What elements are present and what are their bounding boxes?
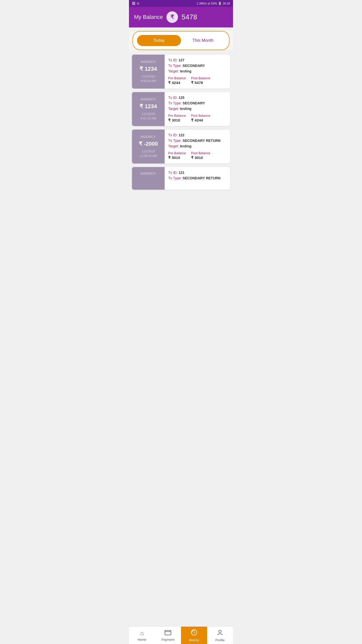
tx-id-row: Tx ID: 122 — [168, 133, 227, 137]
table-row: AGENCY ₹ -2000 11/2/2016 11:56:24 AM Tx … — [132, 130, 230, 164]
nav-item-payment[interactable]: Payment — [155, 627, 181, 644]
tx-left-panel: AGENCY ₹ 1234 11/3/2016 9:58:56 AM — [132, 55, 165, 89]
header: My Balance ₹ 5478 — [129, 7, 233, 27]
tab-bar: Today This Month — [132, 31, 230, 50]
nav-history-label: History — [189, 638, 199, 642]
status-right: 1.34K/s ⇄ 53% 🔋 16:16 — [197, 2, 230, 5]
tx-right-panel: Tx ID: 121 Tx Type: SECONDARY RETURN — [165, 167, 230, 190]
post-balance: Post Balance ₹ 5478 — [191, 76, 210, 85]
network-speed: 1.34K/s ⇄ 53% 🔋 16:16 — [197, 2, 230, 5]
tx-id-row: Tx ID: 127 — [168, 58, 227, 62]
table-row: AGENCY ₹ 1234 11/3/2016 9:58:56 AM Tx ID… — [132, 55, 230, 89]
tx-type-row: Tx Type: SECONDARY — [168, 101, 227, 105]
bottom-nav: ⌂ Home Payment History — [129, 626, 233, 644]
history-icon — [191, 629, 197, 637]
rupee-icon: ₹ — [166, 11, 178, 23]
tx-target-row: Target: testing — [168, 69, 227, 73]
tx-id-row: Tx ID: 125 — [168, 96, 227, 100]
tx-target-row: Target: testing — [168, 107, 227, 111]
tx-type-row: Tx Type: SECONDARY — [168, 64, 227, 68]
post-balance: Post Balance ₹ 4244 — [191, 114, 210, 123]
tx-right-panel: Tx ID: 127 Tx Type: SECONDARY Target: te… — [165, 55, 230, 89]
nav-home-label: Home — [138, 638, 146, 641]
tx-id-row: Tx ID: 121 — [168, 171, 227, 175]
tx-amount: ₹ -2000 — [139, 141, 158, 147]
payment-icon — [165, 630, 171, 637]
tx-amount: ₹ 1234 — [140, 66, 157, 72]
tab-today[interactable]: Today — [137, 35, 181, 46]
tx-right-panel: Tx ID: 125 Tx Type: SECONDARY Target: te… — [165, 92, 230, 126]
pre-balance: Pre Balance ₹ 3010 — [168, 114, 186, 123]
tx-balance-row: Pre Balance ₹ 5010 Post Balance ₹ 3010 — [168, 151, 227, 160]
tab-this-month[interactable]: This Month — [181, 35, 225, 46]
transactions-list: AGENCY ₹ 1234 11/3/2016 9:58:56 AM Tx ID… — [129, 53, 233, 212]
nav-item-home[interactable]: ⌂ Home — [129, 627, 155, 644]
svg-line-4 — [194, 632, 195, 633]
tx-left-panel: AGENCY ₹ -2000 11/2/2016 11:56:24 AM — [132, 130, 165, 164]
tx-type-row: Tx Type: SECONDARY RETURN — [168, 176, 227, 180]
header-title: My Balance — [134, 14, 163, 20]
image-icon: 🖼 — [132, 2, 135, 5]
tx-right-panel: Tx ID: 122 Tx Type: SECONDARY RETURN Tar… — [165, 130, 230, 164]
svg-rect-0 — [165, 630, 171, 635]
tx-left-panel: AGENCY — [132, 167, 165, 190]
tx-amount: ₹ 1234 — [140, 103, 157, 110]
tx-agency: AGENCY — [141, 172, 156, 175]
post-balance: Post Balance ₹ 3010 — [191, 151, 210, 160]
tx-balance-row: Pre Balance ₹ 4244 Post Balance ₹ 5478 — [168, 76, 227, 85]
nav-profile-label: Profile — [215, 638, 225, 642]
svg-point-5 — [219, 630, 221, 633]
status-left: 🖼 ⊙ — [132, 2, 140, 5]
tx-target-row: Target: testing — [168, 144, 227, 148]
tx-date: 11/3/2016 9:58:56 AM — [141, 74, 156, 83]
tx-agency: AGENCY — [141, 60, 156, 64]
table-row: AGENCY Tx ID: 121 Tx Type: SECONDARY RET… — [132, 167, 230, 190]
status-bar: 🖼 ⊙ 1.34K/s ⇄ 53% 🔋 16:16 — [129, 0, 233, 7]
tx-agency: AGENCY — [141, 97, 156, 101]
table-row: AGENCY ₹ 1234 11/2/2016 8:41:16 PM Tx ID… — [132, 92, 230, 126]
tx-date: 11/2/2016 8:41:16 PM — [141, 112, 156, 121]
tx-balance-row: Pre Balance ₹ 3010 Post Balance ₹ 4244 — [168, 114, 227, 123]
nav-item-profile[interactable]: Profile — [207, 627, 233, 644]
home-icon: ⌂ — [140, 630, 144, 637]
tx-date: 11/2/2016 11:56:24 AM — [140, 149, 157, 158]
tx-type-row: Tx Type: SECONDARY RETURN — [168, 139, 227, 143]
profile-icon — [217, 629, 223, 637]
tx-agency: AGENCY — [141, 135, 156, 139]
pre-balance: Pre Balance ₹ 5010 — [168, 151, 186, 160]
tx-left-panel: AGENCY ₹ 1234 11/2/2016 8:41:16 PM — [132, 92, 165, 126]
nav-payment-label: Payment — [162, 638, 174, 641]
pre-balance: Pre Balance ₹ 4244 — [168, 76, 186, 85]
circle-icon: ⊙ — [137, 2, 140, 5]
nav-item-history[interactable]: History — [181, 627, 207, 644]
balance-amount: 5478 — [182, 13, 197, 21]
